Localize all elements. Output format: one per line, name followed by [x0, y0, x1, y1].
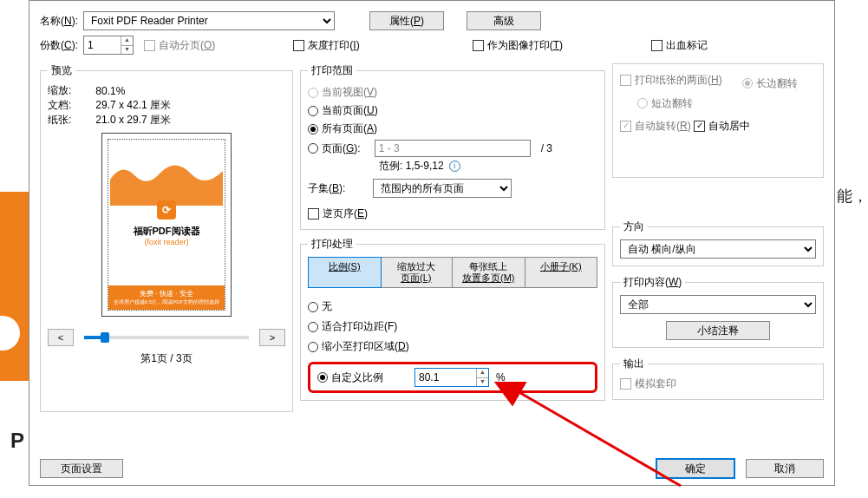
bg-letter: P: [10, 429, 24, 453]
content-select[interactable]: 全部: [620, 295, 816, 314]
foxit-logo-icon: ⟳: [162, 204, 171, 216]
print-handling-group: 打印处理 比例(S) 缩放过大页面(L) 每张纸上放置多页(M) 小册子(K) …: [300, 237, 605, 401]
autorotate-checkbox: ✓ 自动旋转(R): [620, 119, 691, 134]
bg-text: 能，: [837, 186, 868, 206]
subset-label: 子集(B):: [308, 181, 345, 196]
copies-input[interactable]: ▲▼: [83, 36, 134, 55]
spin-up-icon[interactable]: ▲: [477, 369, 488, 378]
next-page-button[interactable]: >: [259, 329, 285, 346]
printer-name-label: 名称(N):: [40, 14, 78, 29]
range-legend: 打印范围: [308, 63, 356, 78]
preview-legend: 预览: [48, 63, 75, 78]
tab-tile[interactable]: 缩放过大页面(L): [381, 258, 454, 287]
range-example: 范例: 1,5-9,12: [379, 159, 444, 174]
overprint-checkbox: 模拟套印: [620, 377, 676, 391]
spin-up-icon[interactable]: ▲: [121, 36, 133, 46]
content-legend: 打印内容(W): [620, 275, 685, 290]
grayscale-checkbox[interactable]: 灰度打印(I): [293, 38, 359, 53]
tab-booklet[interactable]: 小册子(K): [525, 258, 597, 287]
custom-scale-highlight: 自定义比例 ▲▼ %: [308, 362, 597, 393]
pages-input[interactable]: [375, 140, 531, 157]
duplex-checkbox: 打印纸张的两面(H): [620, 73, 722, 88]
zoom-value: 80.1%: [95, 83, 171, 98]
collate-checkbox: 自动分页(O): [144, 38, 215, 53]
radio-fit[interactable]: 适合打印边距(F): [308, 319, 397, 334]
tab-multi[interactable]: 每张纸上放置多页(M): [453, 258, 525, 287]
print-content-group: 打印内容(W) 全部 小结注释: [612, 275, 824, 348]
paper-value: 21.0 x 29.7 厘米: [95, 113, 171, 128]
copies-label: 份数(C):: [40, 38, 78, 53]
orientation-legend: 方向: [620, 220, 648, 234]
radio-long-edge: 长边翻转: [742, 76, 798, 91]
radio-short-edge: 短边翻转: [637, 96, 693, 111]
reverse-order-checkbox[interactable]: 逆页序(E): [308, 206, 368, 221]
tab-scale[interactable]: 比例(S): [308, 257, 382, 288]
print-as-image-checkbox[interactable]: 作为图像打印(T): [473, 38, 563, 53]
paper-label: 纸张:: [48, 113, 95, 128]
radio-current-view: 当前视图(V): [308, 85, 377, 100]
bleed-checkbox[interactable]: 出血标记: [651, 38, 708, 53]
handling-tabs: 比例(S) 缩放过大页面(L) 每张纸上放置多页(M) 小册子(K): [308, 257, 597, 288]
spin-down-icon[interactable]: ▼: [477, 378, 488, 387]
page-slider[interactable]: [84, 336, 249, 339]
print-dialog: 名称(N): Foxit PDF Reader Printer 属性(P) 高级…: [29, 0, 835, 486]
pages-total: / 3: [541, 142, 552, 154]
doc-value: 29.7 x 42.1 厘米: [95, 98, 171, 113]
zoom-label: 缩放:: [48, 83, 95, 98]
ok-button[interactable]: 确定: [656, 459, 734, 478]
radio-all-pages[interactable]: 所有页面(A): [308, 121, 377, 136]
cancel-button[interactable]: 取消: [746, 459, 824, 478]
page-setup-button[interactable]: 页面设置: [40, 459, 123, 478]
autocenter-checkbox[interactable]: ✓ 自动居中: [694, 119, 750, 134]
radio-current-page[interactable]: 当前页面(U): [308, 103, 378, 118]
page-indicator: 第1页 / 3页: [48, 351, 285, 366]
output-legend: 输出: [620, 357, 648, 371]
preview-sub: (foxit reader): [144, 238, 188, 246]
orientation-select[interactable]: 自动 横向/纵向: [620, 239, 816, 259]
summarize-comments-button[interactable]: 小结注释: [666, 321, 770, 340]
radio-none[interactable]: 无: [308, 299, 332, 314]
spin-down-icon[interactable]: ▼: [121, 46, 133, 55]
info-icon[interactable]: i: [449, 161, 460, 172]
preview-title: 福昕PDF阅读器: [134, 225, 200, 238]
advanced-button[interactable]: 高级: [467, 11, 541, 30]
custom-scale-input[interactable]: ▲▼: [414, 368, 489, 387]
preview-tag: 免费 · 快速 · 安全: [110, 289, 223, 298]
subset-select[interactable]: 范围内的所有页面: [373, 179, 512, 198]
preview-group: 预览 缩放: 80.1% 文档: 29.7 x 42.1 厘米 纸张: 21.0…: [40, 63, 293, 412]
prev-page-button[interactable]: <: [48, 329, 74, 346]
properties-button[interactable]: 属性(P): [369, 11, 444, 30]
print-range-group: 打印范围 当前视图(V) 当前页面(U) 所有页面(A) 页面(G):: [300, 63, 605, 230]
handling-legend: 打印处理: [308, 237, 356, 252]
radio-shrink[interactable]: 缩小至打印区域(D): [308, 339, 409, 354]
preview-small: 全球用户超越6.5亿，阅读PDF文档的理想选择: [110, 298, 223, 306]
duplex-group: 打印纸张的两面(H) 长边翻转 短边翻转 ✓ 自动旋转(R) ✓ 自动居中: [612, 63, 824, 178]
printer-select[interactable]: Foxit PDF Reader Printer: [83, 11, 335, 30]
orientation-group: 方向 自动 横向/纵向: [612, 220, 824, 266]
radio-custom-scale[interactable]: 自定义比例: [317, 370, 383, 385]
percent-label: %: [496, 371, 506, 383]
doc-label: 文档:: [48, 98, 95, 113]
preview-thumbnail: ⟳ 福昕PDF阅读器 (foxit reader) 免费 · 快速 · 安全 全…: [101, 133, 232, 317]
output-group: 输出 模拟套印: [612, 357, 824, 400]
radio-pages[interactable]: 页面(G):: [308, 141, 361, 156]
